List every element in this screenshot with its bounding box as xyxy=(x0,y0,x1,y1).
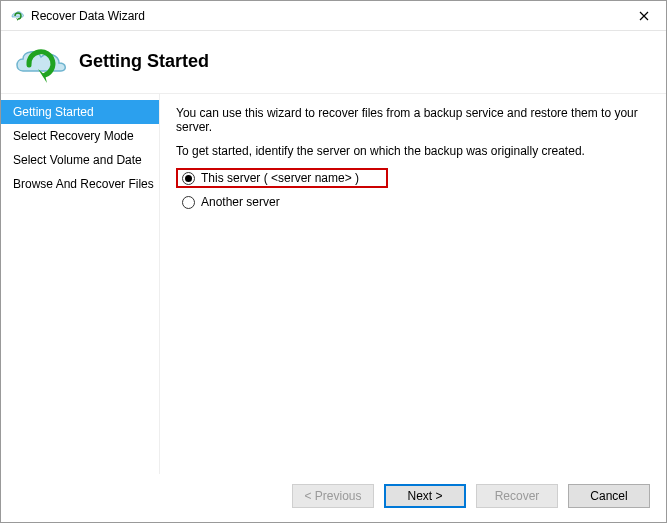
prompt-text: To get started, identify the server on w… xyxy=(176,144,650,158)
button-label: Recover xyxy=(495,489,540,503)
page-title: Getting Started xyxy=(79,51,209,72)
sidebar-item-label: Browse And Recover Files xyxy=(13,177,154,191)
previous-button: < Previous xyxy=(292,484,374,508)
intro-text: You can use this wizard to recover files… xyxy=(176,106,650,134)
button-label: Cancel xyxy=(590,489,627,503)
sidebar-item-label: Getting Started xyxy=(13,105,94,119)
sidebar-item-getting-started[interactable]: Getting Started xyxy=(1,100,159,124)
button-label: < Previous xyxy=(304,489,361,503)
sidebar-item-label: Select Volume and Date xyxy=(13,153,142,167)
radio-this-server[interactable]: This server ( <server name> ) xyxy=(176,168,388,188)
wizard-footer: < Previous Next > Recover Cancel xyxy=(1,474,666,522)
content-pane: You can use this wizard to recover files… xyxy=(159,94,666,474)
radio-icon xyxy=(182,172,195,185)
next-button[interactable]: Next > xyxy=(384,484,466,508)
button-label: Next > xyxy=(407,489,442,503)
close-icon xyxy=(639,11,649,21)
recover-button: Recover xyxy=(476,484,558,508)
header-band: Getting Started xyxy=(1,31,666,94)
radio-label: This server ( <server name> ) xyxy=(201,171,359,185)
wizard-step-list: Getting Started Select Recovery Mode Sel… xyxy=(1,94,159,474)
sidebar-item-browse-and-recover-files[interactable]: Browse And Recover Files xyxy=(1,172,159,196)
sidebar-item-select-volume-and-date[interactable]: Select Volume and Date xyxy=(1,148,159,172)
sidebar-item-select-recovery-mode[interactable]: Select Recovery Mode xyxy=(1,124,159,148)
window-title: Recover Data Wizard xyxy=(31,9,145,23)
radio-another-server[interactable]: Another server xyxy=(176,192,650,212)
titlebar: Recover Data Wizard xyxy=(1,1,666,31)
wizard-cloud-icon xyxy=(11,39,71,83)
app-icon xyxy=(9,8,25,24)
radio-icon xyxy=(182,196,195,209)
close-button[interactable] xyxy=(621,1,666,31)
server-choice-group: This server ( <server name> ) Another se… xyxy=(176,168,650,212)
sidebar-item-label: Select Recovery Mode xyxy=(13,129,134,143)
cancel-button[interactable]: Cancel xyxy=(568,484,650,508)
radio-label: Another server xyxy=(201,195,280,209)
